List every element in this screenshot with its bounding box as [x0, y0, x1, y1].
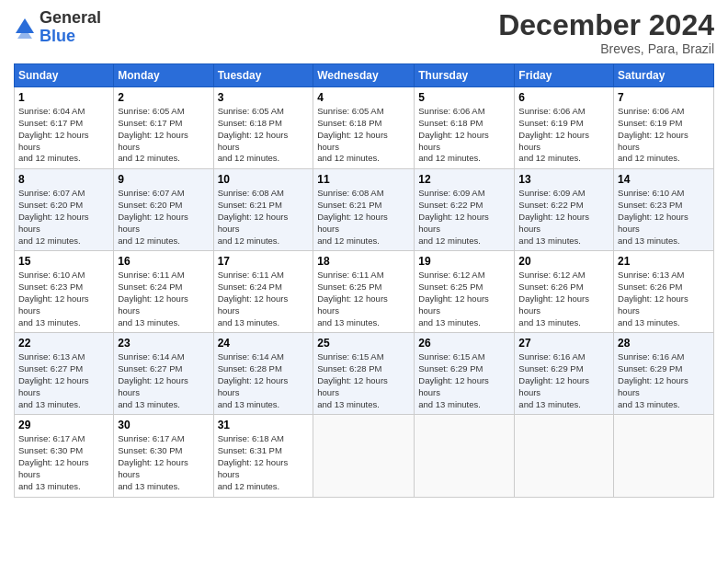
- logo-general-text: General: [40, 8, 101, 27]
- table-cell: 5Sunrise: 6:06 AMSunset: 6:18 PMDaylight…: [415, 87, 515, 169]
- day-number: 5: [418, 91, 510, 104]
- table-cell: 23Sunrise: 6:14 AMSunset: 6:27 PMDayligh…: [114, 333, 213, 415]
- table-cell: 22Sunrise: 6:13 AMSunset: 6:27 PMDayligh…: [15, 333, 114, 415]
- day-info: Sunrise: 6:04 AMSunset: 6:17 PMDaylight:…: [18, 106, 89, 163]
- day-info: Sunrise: 6:05 AMSunset: 6:17 PMDaylight:…: [118, 106, 188, 163]
- location: Breves, Para, Brazil: [498, 41, 714, 56]
- col-friday: Friday: [515, 64, 614, 87]
- day-number: 6: [518, 91, 609, 104]
- table-cell: 15Sunrise: 6:10 AMSunset: 6:23 PMDayligh…: [15, 251, 114, 333]
- day-number: 10: [218, 173, 310, 186]
- table-cell: 17Sunrise: 6:11 AMSunset: 6:24 PMDayligh…: [213, 251, 313, 333]
- day-info: Sunrise: 6:17 AMSunset: 6:30 PMDaylight:…: [18, 433, 89, 490]
- day-info: Sunrise: 6:08 AMSunset: 6:21 PMDaylight:…: [218, 188, 289, 245]
- table-cell: 21Sunrise: 6:13 AMSunset: 6:26 PMDayligh…: [614, 251, 714, 333]
- day-info: Sunrise: 6:08 AMSunset: 6:21 PMDaylight:…: [317, 188, 388, 245]
- logo-icon: [14, 17, 36, 39]
- logo: General Blue: [14, 9, 101, 46]
- day-info: Sunrise: 6:07 AMSunset: 6:20 PMDaylight:…: [118, 188, 188, 245]
- day-number: 26: [418, 337, 510, 350]
- day-number: 25: [317, 337, 410, 350]
- table-cell: [614, 415, 714, 497]
- table-cell: 2Sunrise: 6:05 AMSunset: 6:17 PMDaylight…: [114, 87, 213, 169]
- logo-blue-text: Blue: [40, 27, 75, 45]
- day-info: Sunrise: 6:12 AMSunset: 6:25 PMDaylight:…: [418, 270, 489, 327]
- day-number: 2: [118, 91, 209, 104]
- table-cell: 26Sunrise: 6:15 AMSunset: 6:29 PMDayligh…: [415, 333, 515, 415]
- day-info: Sunrise: 6:11 AMSunset: 6:24 PMDaylight:…: [118, 270, 188, 327]
- day-info: Sunrise: 6:11 AMSunset: 6:25 PMDaylight:…: [317, 270, 388, 327]
- day-number: 4: [317, 91, 410, 104]
- table-cell: 6Sunrise: 6:06 AMSunset: 6:19 PMDaylight…: [515, 87, 614, 169]
- table-cell: 13Sunrise: 6:09 AMSunset: 6:22 PMDayligh…: [515, 169, 614, 251]
- day-info: Sunrise: 6:15 AMSunset: 6:28 PMDaylight:…: [317, 351, 388, 408]
- table-cell: 11Sunrise: 6:08 AMSunset: 6:21 PMDayligh…: [313, 169, 415, 251]
- day-info: Sunrise: 6:14 AMSunset: 6:28 PMDaylight:…: [218, 351, 289, 408]
- day-number: 17: [218, 255, 310, 268]
- day-info: Sunrise: 6:13 AMSunset: 6:26 PMDaylight:…: [618, 270, 688, 327]
- day-number: 29: [18, 419, 109, 431]
- table-cell: 12Sunrise: 6:09 AMSunset: 6:22 PMDayligh…: [415, 169, 515, 251]
- calendar: Sunday Monday Tuesday Wednesday Thursday…: [14, 63, 714, 497]
- day-info: Sunrise: 6:06 AMSunset: 6:19 PMDaylight:…: [518, 106, 589, 163]
- col-monday: Monday: [114, 64, 213, 87]
- table-cell: 4Sunrise: 6:05 AMSunset: 6:18 PMDaylight…: [313, 87, 415, 169]
- day-info: Sunrise: 6:16 AMSunset: 6:29 PMDaylight:…: [518, 351, 589, 408]
- svg-marker-0: [16, 18, 34, 33]
- table-cell: 29Sunrise: 6:17 AMSunset: 6:30 PMDayligh…: [15, 415, 114, 497]
- table-cell: [415, 415, 515, 497]
- day-info: Sunrise: 6:10 AMSunset: 6:23 PMDaylight:…: [18, 270, 89, 327]
- day-number: 24: [218, 337, 310, 350]
- table-cell: 31Sunrise: 6:18 AMSunset: 6:31 PMDayligh…: [213, 415, 313, 497]
- col-saturday: Saturday: [614, 64, 714, 87]
- day-number: 21: [618, 255, 710, 268]
- day-info: Sunrise: 6:13 AMSunset: 6:27 PMDaylight:…: [18, 351, 89, 408]
- table-cell: 8Sunrise: 6:07 AMSunset: 6:20 PMDaylight…: [15, 169, 114, 251]
- day-number: 13: [518, 173, 609, 186]
- table-cell: [515, 415, 614, 497]
- day-number: 9: [118, 173, 209, 186]
- day-info: Sunrise: 6:09 AMSunset: 6:22 PMDaylight:…: [418, 188, 489, 245]
- day-info: Sunrise: 6:07 AMSunset: 6:20 PMDaylight:…: [18, 188, 89, 245]
- day-number: 8: [18, 173, 109, 186]
- col-wednesday: Wednesday: [313, 64, 415, 87]
- day-number: 27: [518, 337, 609, 350]
- day-number: 16: [118, 255, 209, 268]
- day-info: Sunrise: 6:11 AMSunset: 6:24 PMDaylight:…: [218, 270, 289, 327]
- day-number: 7: [618, 91, 710, 104]
- day-number: 28: [618, 337, 710, 350]
- day-info: Sunrise: 6:18 AMSunset: 6:31 PMDaylight:…: [218, 433, 289, 490]
- table-cell: 3Sunrise: 6:05 AMSunset: 6:18 PMDaylight…: [213, 87, 313, 169]
- day-number: 19: [418, 255, 510, 268]
- month-title: December 2024: [498, 9, 714, 41]
- table-cell: 28Sunrise: 6:16 AMSunset: 6:29 PMDayligh…: [614, 333, 714, 415]
- table-cell: 30Sunrise: 6:17 AMSunset: 6:30 PMDayligh…: [114, 415, 213, 497]
- table-cell: 16Sunrise: 6:11 AMSunset: 6:24 PMDayligh…: [114, 251, 213, 333]
- day-number: 23: [118, 337, 209, 350]
- day-number: 31: [218, 419, 310, 431]
- day-info: Sunrise: 6:10 AMSunset: 6:23 PMDaylight:…: [618, 188, 688, 245]
- col-sunday: Sunday: [15, 64, 114, 87]
- day-info: Sunrise: 6:16 AMSunset: 6:29 PMDaylight:…: [618, 351, 688, 408]
- table-cell: 25Sunrise: 6:15 AMSunset: 6:28 PMDayligh…: [313, 333, 415, 415]
- day-info: Sunrise: 6:06 AMSunset: 6:19 PMDaylight:…: [618, 106, 688, 163]
- day-info: Sunrise: 6:15 AMSunset: 6:29 PMDaylight:…: [418, 351, 489, 408]
- logo-text: General Blue: [40, 9, 101, 46]
- table-cell: 18Sunrise: 6:11 AMSunset: 6:25 PMDayligh…: [313, 251, 415, 333]
- day-info: Sunrise: 6:06 AMSunset: 6:18 PMDaylight:…: [418, 106, 489, 163]
- col-tuesday: Tuesday: [213, 64, 313, 87]
- day-info: Sunrise: 6:09 AMSunset: 6:22 PMDaylight:…: [518, 188, 589, 245]
- day-number: 30: [118, 419, 209, 431]
- day-number: 14: [618, 173, 710, 186]
- table-cell: [313, 415, 415, 497]
- table-cell: 24Sunrise: 6:14 AMSunset: 6:28 PMDayligh…: [213, 333, 313, 415]
- header: General Blue December 2024 Breves, Para,…: [14, 9, 714, 56]
- title-area: December 2024 Breves, Para, Brazil: [498, 9, 714, 56]
- day-info: Sunrise: 6:05 AMSunset: 6:18 PMDaylight:…: [218, 106, 289, 163]
- table-cell: 10Sunrise: 6:08 AMSunset: 6:21 PMDayligh…: [213, 169, 313, 251]
- table-cell: 20Sunrise: 6:12 AMSunset: 6:26 PMDayligh…: [515, 251, 614, 333]
- svg-marker-1: [17, 33, 32, 39]
- day-number: 20: [518, 255, 609, 268]
- table-cell: 1Sunrise: 6:04 AMSunset: 6:17 PMDaylight…: [15, 87, 114, 169]
- day-number: 22: [18, 337, 109, 350]
